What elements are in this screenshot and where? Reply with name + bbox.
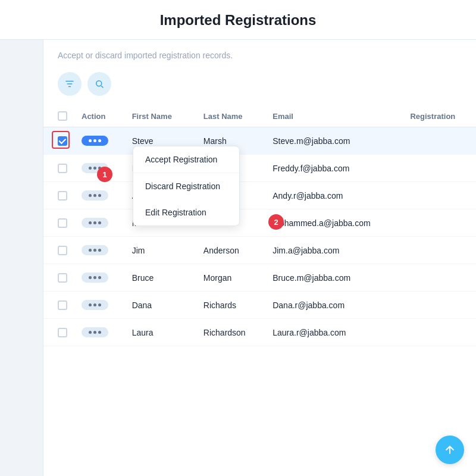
email-cell: Laura.r@jabba.com <box>265 319 403 346</box>
table-header-row: Action First Name Last Name Email Regist… <box>43 105 476 127</box>
action-cell <box>74 182 125 209</box>
title-bar: Imported Registrations <box>0 0 476 40</box>
lastname-cell: Morgan <box>196 264 265 292</box>
checkbox-cell <box>43 182 74 209</box>
firstname-cell: Bruce <box>125 264 196 292</box>
row-checkbox[interactable] <box>58 136 67 146</box>
action-dots-button[interactable] <box>82 190 108 201</box>
action-dots-button[interactable] <box>82 218 108 228</box>
registration-cell <box>403 319 476 346</box>
registration-cell <box>403 237 476 264</box>
registration-cell <box>403 292 476 319</box>
email-cell: Jim.a@jabba.com <box>265 237 403 264</box>
action-cell <box>74 319 125 346</box>
firstname-cell: Dana <box>125 292 196 319</box>
action-cell <box>74 292 125 319</box>
lastname-cell: Richardson <box>196 319 265 346</box>
badge-2: 2 <box>268 214 284 230</box>
content-area: Accept or discard imported registration … <box>0 40 476 476</box>
action-cell <box>74 264 125 292</box>
checkbox-cell <box>43 209 74 237</box>
action-cell <box>74 127 125 155</box>
header-registration: Registration <box>403 105 476 127</box>
header-checkbox-col <box>43 105 74 127</box>
action-cell <box>74 209 125 237</box>
registration-cell <box>403 127 476 155</box>
action-dots-button[interactable] <box>82 136 108 146</box>
header-action: Action <box>74 105 125 127</box>
header-lastname: Last Name <box>196 105 265 127</box>
table-row: SteveMarshSteve.m@jabba.com <box>43 127 476 155</box>
accept-registration-item[interactable]: Accept Registration <box>133 146 239 173</box>
email-cell: Freddy.f@jabba.com <box>265 155 403 182</box>
table-row: MohammedAfzalMohammed.a@jabba.com <box>43 209 476 237</box>
firstname-cell: Jim <box>125 237 196 264</box>
email-cell: Dana.r@jabba.com <box>265 292 403 319</box>
registration-cell <box>403 182 476 209</box>
action-dots-button[interactable] <box>82 273 108 283</box>
table-row: AndyRobertsAndy.r@jabba.com <box>43 182 476 209</box>
action-dots-button[interactable] <box>82 245 108 255</box>
badge-1: 1 <box>97 167 112 182</box>
row-checkbox[interactable] <box>58 164 67 173</box>
edit-registration-item[interactable]: Edit Registration <box>133 199 239 226</box>
row-checkbox[interactable] <box>58 218 67 228</box>
table-row: DanaRichardsDana.r@jabba.com <box>43 292 476 319</box>
registration-cell <box>403 209 476 237</box>
checkbox-cell <box>43 264 74 292</box>
email-cell: Bruce.m@jabba.com <box>265 264 403 292</box>
subtitle: Accept or discard imported registration … <box>43 40 476 67</box>
row-checkbox[interactable] <box>58 300 67 310</box>
lastname-cell: Anderson <box>196 237 265 264</box>
checkbox-cell <box>43 319 74 346</box>
registration-cell <box>403 264 476 292</box>
filter-button[interactable] <box>58 72 82 96</box>
header-firstname: First Name <box>125 105 196 127</box>
toolbar <box>43 67 476 105</box>
page-title: Imported Registrations <box>0 12 476 29</box>
email-cell: Mohammed.a@jabba.com <box>265 209 403 237</box>
checkbox-cell <box>43 292 74 319</box>
scroll-top-button[interactable] <box>436 436 464 464</box>
row-checkbox[interactable] <box>58 273 67 283</box>
registration-cell <box>403 155 476 182</box>
checkbox-cell <box>43 155 74 182</box>
select-all-checkbox[interactable] <box>58 111 67 121</box>
lastname-cell: Richards <box>196 292 265 319</box>
header-email: Email <box>265 105 403 127</box>
table-row: LauraRichardsonLaura.r@jabba.com <box>43 319 476 346</box>
email-cell: Steve.m@jabba.com <box>265 127 403 155</box>
row-checkbox[interactable] <box>58 328 67 337</box>
checkbox-cell <box>43 237 74 264</box>
action-cell <box>74 237 125 264</box>
checkbox-cell <box>43 127 74 155</box>
search-button[interactable] <box>87 72 111 96</box>
table-row: BruceMorganBruce.m@jabba.com <box>43 264 476 292</box>
action-dropdown: Accept Registration Discard Registration… <box>133 146 240 226</box>
sidebar <box>0 40 43 476</box>
table-body: SteveMarshSteve.m@jabba.comFreddyRintoff… <box>43 127 476 346</box>
firstname-cell: Laura <box>125 319 196 346</box>
main-panel: Accept or discard imported registration … <box>43 40 476 476</box>
row-checkbox[interactable] <box>58 246 67 255</box>
registrations-table: Action First Name Last Name Email Regist… <box>43 105 476 346</box>
page-wrapper: Imported Registrations Accept or discard… <box>0 0 476 476</box>
action-dots-button[interactable] <box>82 327 108 337</box>
table-container: Action First Name Last Name Email Regist… <box>43 105 476 476</box>
email-cell: Andy.r@jabba.com <box>265 182 403 209</box>
table-row: JimAndersonJim.a@jabba.com <box>43 237 476 264</box>
svg-point-0 <box>96 81 102 86</box>
discard-registration-item[interactable]: Discard Registration <box>133 173 239 199</box>
row-checkbox[interactable] <box>58 191 67 201</box>
action-dots-button[interactable] <box>82 300 108 310</box>
